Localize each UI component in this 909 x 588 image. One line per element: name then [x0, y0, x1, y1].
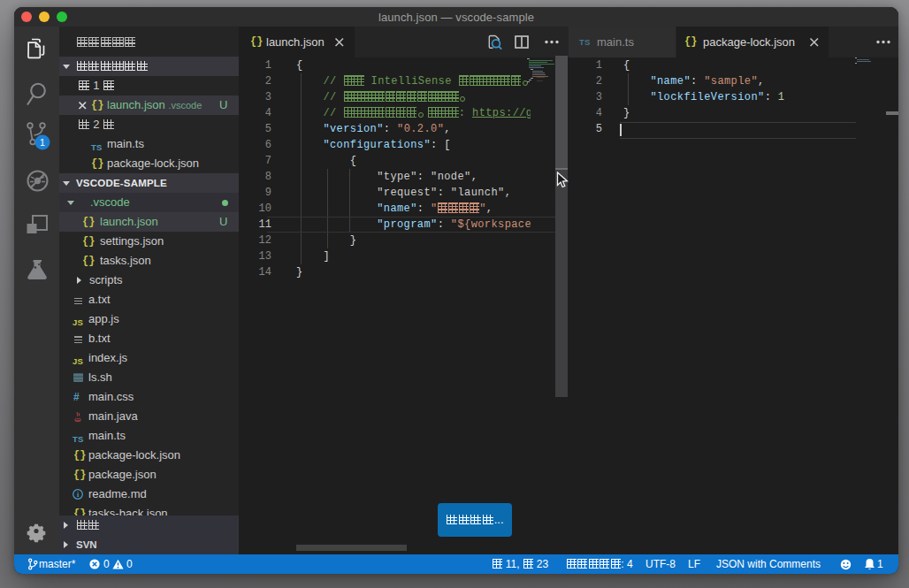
svg-text:1: 1 [40, 137, 45, 148]
svg-text:i: i [77, 491, 80, 499]
